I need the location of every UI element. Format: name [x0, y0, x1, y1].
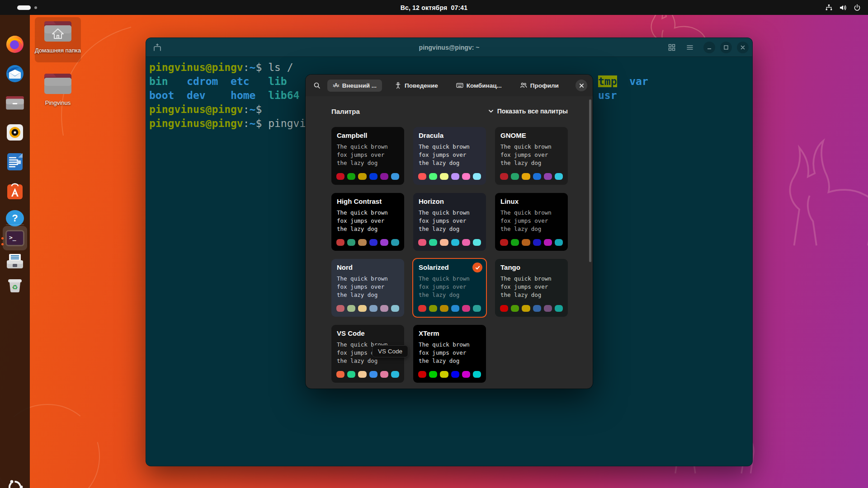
show-apps-button[interactable] — [5, 477, 25, 488]
color-swatch — [533, 173, 541, 180]
tab-label: Профили — [530, 82, 559, 89]
palette-card[interactable]: Campbell The quick brown fox jumps over … — [331, 127, 404, 185]
palette-card[interactable]: Solarized The quick brown fox jumps over… — [413, 259, 486, 317]
palette-card-swatches — [500, 239, 563, 246]
dialog-scrollbar[interactable] — [589, 99, 591, 262]
palette-card[interactable]: Nord The quick brown fox jumps over the … — [331, 259, 404, 317]
palette-card-preview: The quick brown fox jumps over the lazy … — [419, 341, 481, 365]
terminal-titlebar[interactable]: pingvinus@pingv: ~ — [146, 38, 752, 57]
color-swatch — [418, 173, 426, 180]
terminal-preferences-dialog: ›A‹ Внешний ... Поведение Комбинац... — [306, 75, 593, 389]
color-swatch — [358, 371, 366, 378]
firefox-icon — [5, 34, 25, 54]
dock-item-terminal[interactable]: >_ — [5, 228, 25, 249]
palette-card[interactable]: Tango The quick brown fox jumps over the… — [495, 259, 568, 317]
color-swatch — [358, 239, 366, 246]
dock-item-rhythmbox[interactable] — [5, 122, 25, 143]
tab-shortcuts[interactable]: Комбинац... — [451, 80, 507, 92]
palette-card[interactable]: Linux The quick brown fox jumps over the… — [495, 193, 568, 251]
palette-card-preview: The quick brown fox jumps over the lazy … — [419, 275, 481, 299]
palette-card[interactable]: High Contrast The quick brown fox jumps … — [331, 193, 404, 251]
home-folder-icon — [43, 20, 72, 44]
color-swatch — [380, 173, 388, 180]
dock-item-firefox[interactable] — [5, 34, 25, 55]
dock-item-ubuntu-software[interactable] — [5, 181, 25, 202]
network-icon — [825, 4, 833, 11]
palette-card[interactable]: XTerm The quick brown fox jumps over the… — [413, 325, 486, 383]
color-swatch — [544, 173, 552, 180]
color-swatch — [544, 239, 552, 246]
palette-card-title: VS Code — [337, 329, 399, 337]
terminal-line: usr — [598, 89, 648, 103]
color-swatch — [336, 239, 344, 246]
dock-item-trash[interactable]: ♻ — [5, 274, 25, 295]
color-swatch — [347, 239, 355, 246]
search-button[interactable] — [311, 80, 323, 91]
dock-item-files[interactable] — [5, 93, 25, 113]
desktop-icon-label: Pingvinus — [33, 99, 83, 106]
menu-button[interactable] — [684, 42, 696, 53]
hamburger-icon — [686, 44, 693, 51]
color-swatch — [451, 239, 459, 246]
minimize-button[interactable] — [703, 42, 715, 53]
thunderbird-icon — [5, 64, 25, 84]
dock-item-libreoffice-writer[interactable] — [5, 151, 25, 172]
palette-card-swatches — [336, 305, 399, 312]
tab-behavior[interactable]: Поведение — [389, 79, 443, 92]
color-swatch — [555, 305, 563, 312]
color-swatch — [429, 371, 437, 378]
trash-icon: ♻ — [6, 276, 24, 294]
appearance-icon: ›A‹ — [333, 82, 339, 89]
color-swatch — [451, 371, 459, 378]
tab-label: Внешний ... — [342, 82, 377, 89]
terminal-line: tmp var — [598, 75, 648, 89]
palette-card-title: Horizon — [419, 197, 481, 205]
color-swatch — [462, 305, 470, 312]
color-swatch — [462, 239, 470, 246]
terminal-output-right: tmp varusr — [598, 75, 648, 103]
tab-profiles[interactable]: Профили — [514, 79, 564, 92]
palette-card[interactable]: Dracula The quick brown fox jumps over t… — [413, 127, 486, 185]
color-swatch — [358, 305, 366, 312]
color-swatch — [369, 173, 377, 180]
palette-card-swatches — [336, 239, 399, 246]
palette-card-preview: The quick brown fox jumps over the lazy … — [419, 143, 481, 167]
color-swatch — [418, 305, 426, 312]
grid-icon — [668, 44, 675, 51]
close-window-button[interactable] — [737, 42, 749, 53]
color-swatch — [391, 305, 399, 312]
palette-card-title: Solarized — [419, 263, 481, 271]
show-all-palettes-button[interactable]: Показать все палитры — [488, 108, 568, 115]
tab-appearance[interactable]: ›A‹ Внешний ... — [327, 80, 382, 92]
color-swatch — [511, 173, 519, 180]
window-title: pingvinus@pingv: ~ — [146, 38, 752, 57]
desktop-icon-home[interactable]: Домашняя папка — [33, 20, 83, 54]
palette-card[interactable]: GNOME The quick brown fox jumps over the… — [495, 127, 568, 185]
color-swatch — [380, 371, 388, 378]
top-bar: Вс, 12 октября 07:41 — [0, 0, 868, 15]
color-swatch — [473, 239, 481, 246]
tab-overview-button[interactable] — [666, 42, 678, 53]
color-swatch — [555, 173, 563, 180]
system-status-area[interactable] — [825, 0, 861, 15]
search-icon — [313, 82, 321, 89]
palette-card-preview: The quick brown fox jumps over the lazy … — [500, 143, 562, 167]
close-dialog-button[interactable] — [576, 80, 587, 91]
files-icon — [5, 95, 24, 111]
svg-text:?: ? — [12, 212, 18, 224]
dock: ? >_ ♻ — [0, 15, 30, 488]
folder-icon — [43, 72, 72, 97]
color-swatch — [380, 305, 388, 312]
palette-card[interactable]: Horizon The quick brown fox jumps over t… — [413, 193, 486, 251]
desktop-icon-pingvinus[interactable]: Pingvinus — [33, 72, 83, 106]
dock-item-thunderbird[interactable] — [5, 63, 25, 84]
palette-card-swatches — [418, 173, 481, 180]
color-swatch — [380, 239, 388, 246]
dock-item-printer[interactable] — [5, 252, 25, 272]
palette-card-title: XTerm — [419, 329, 481, 337]
clock[interactable]: Вс, 12 октября 07:41 — [0, 0, 868, 15]
check-icon — [475, 265, 481, 271]
terminal-running-dot — [1, 243, 4, 245]
color-swatch — [473, 173, 481, 180]
maximize-button[interactable] — [720, 42, 732, 53]
